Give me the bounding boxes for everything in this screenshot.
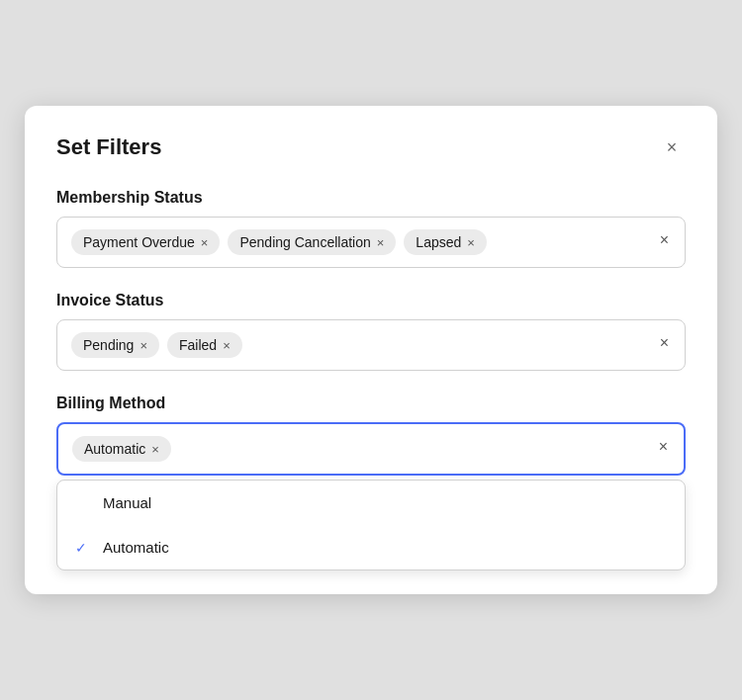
tag-pending-cancellation: Pending Cancellation × — [228, 229, 396, 255]
tag-pending: Pending × — [71, 332, 159, 358]
tag-lapsed-label: Lapsed — [416, 234, 461, 250]
membership-status-tags-row: Payment Overdue × Pending Cancellation ×… — [71, 229, 650, 255]
tag-payment-overdue-remove[interactable]: × — [201, 236, 209, 249]
modal-header: Set Filters × — [56, 133, 686, 161]
billing-method-label: Billing Method — [56, 394, 686, 412]
invoice-status-label: Invoice Status — [56, 292, 686, 309]
dropdown-item-automatic[interactable]: ✓ Automatic — [57, 525, 685, 569]
tag-automatic-label: Automatic — [84, 441, 145, 457]
tag-failed-label: Failed — [179, 337, 217, 353]
membership-status-filter-box[interactable]: Payment Overdue × Pending Cancellation ×… — [56, 217, 686, 268]
membership-status-clear-button[interactable]: × — [658, 229, 671, 251]
set-filters-modal: Set Filters × Membership Status Payment … — [25, 106, 717, 594]
invoice-status-clear-button[interactable]: × — [658, 332, 671, 354]
tag-pending-remove[interactable]: × — [139, 339, 147, 352]
dropdown-item-manual[interactable]: Manual — [57, 481, 685, 525]
tag-payment-overdue-label: Payment Overdue — [83, 234, 195, 250]
billing-method-input[interactable] — [179, 441, 649, 457]
invoice-status-section: Invoice Status Pending × Failed × × — [56, 292, 686, 371]
billing-method-filter-box[interactable]: Automatic × × — [56, 422, 686, 476]
automatic-check-icon: ✓ — [75, 540, 93, 556]
tag-pending-cancellation-label: Pending Cancellation — [239, 234, 370, 250]
tag-automatic-remove[interactable]: × — [151, 443, 159, 456]
tag-pending-label: Pending — [83, 337, 134, 353]
tag-lapsed-remove[interactable]: × — [467, 236, 475, 249]
modal-title: Set Filters — [56, 134, 161, 160]
billing-method-tags-row: Automatic × — [72, 436, 649, 462]
tag-failed-remove[interactable]: × — [223, 339, 231, 352]
tag-lapsed: Lapsed × — [404, 229, 487, 255]
tag-payment-overdue: Payment Overdue × — [71, 229, 220, 255]
tag-failed: Failed × — [167, 332, 242, 358]
membership-status-label: Membership Status — [56, 189, 686, 207]
tag-automatic: Automatic × — [72, 436, 171, 462]
membership-status-section: Membership Status Payment Overdue × Pend… — [56, 189, 686, 268]
billing-method-section: Billing Method Automatic × × Manual ✓ Au… — [56, 394, 686, 570]
invoice-status-tags-row: Pending × Failed × — [71, 332, 650, 358]
dropdown-item-manual-label: Manual — [103, 494, 151, 511]
invoice-status-filter-box[interactable]: Pending × Failed × × — [56, 319, 686, 371]
billing-method-clear-button[interactable]: × — [657, 436, 670, 458]
billing-method-dropdown: Manual ✓ Automatic — [56, 480, 686, 570]
modal-close-button[interactable]: × — [658, 133, 686, 161]
dropdown-item-automatic-label: Automatic — [103, 539, 169, 556]
tag-pending-cancellation-remove[interactable]: × — [377, 236, 385, 249]
